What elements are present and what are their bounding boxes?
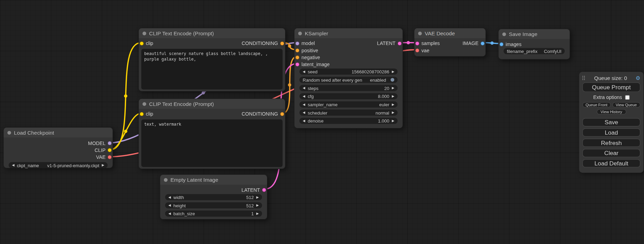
image-port-dot[interactable] [480,41,485,45]
node-title-bar[interactable]: Save Image [499,29,570,39]
prompt-textarea[interactable]: beautiful scenery nature glass bottle la… [141,49,283,89]
increment-arrow-icon[interactable]: ▶ [256,196,259,199]
output-port-latent[interactable]: LATENT [349,40,403,47]
node-empty-latent-image[interactable]: Empty Latent Image LATENT ◀ width 512 ▶ … [160,174,267,219]
collapse-dot-icon[interactable] [298,31,302,35]
node-title-bar[interactable]: Empty Latent Image [160,175,267,184]
node-title-bar[interactable]: KSampler [294,28,403,38]
output-port-vae[interactable]: VAE [4,153,113,160]
output-port-latent[interactable]: LATENT [160,186,267,193]
decrement-arrow-icon[interactable]: ◀ [303,70,305,73]
input-port-images[interactable]: images [499,40,570,47]
latent-port-dot[interactable] [262,188,266,192]
decrement-arrow-icon[interactable]: ◀ [168,212,171,215]
view-history-button[interactable]: View History [597,109,626,114]
widget-random-seed[interactable]: Random seed after every gen enabled [299,77,397,83]
widget-steps[interactable]: ◀ steps 20 ▶ [299,85,397,91]
model-port-dot[interactable] [295,41,299,45]
widget-ckpt-name[interactable]: ◀ ckpt_name v1-5-pruned-emaonly.ckpt ▶ [9,162,108,168]
decrement-arrow-icon[interactable]: ◀ [12,163,14,166]
output-port-model[interactable]: MODEL [4,139,113,146]
input-port-clip[interactable]: clip CONDITIONING [139,40,285,47]
node-clip-text-encode-positive[interactable]: CLIP Text Encode (Prompt) clip CONDITION… [139,28,285,92]
clip-port-dot[interactable] [108,148,112,152]
node-canvas[interactable]: Load Checkpoint MODEL CLIP VAE ◀ ckpt_na… [0,0,644,244]
node-title-bar[interactable]: Load Checkpoint [4,128,113,137]
decrement-arrow-icon[interactable]: ◀ [168,204,171,207]
node-save-image[interactable]: Save Image images filename_prefix ComfyU… [498,29,570,60]
load-default-button[interactable]: Load Default [582,159,640,168]
conditioning-port-dot[interactable] [280,112,284,116]
clip-port-dot[interactable] [140,112,144,116]
image-port-dot[interactable] [500,42,504,46]
queue-prompt-button[interactable]: Queue Prompt [582,82,640,92]
widget-width[interactable]: ◀ width 512 ▶ [165,194,262,200]
widget-seed[interactable]: ◀ seed 156680208700286 ▶ [299,69,397,75]
clip-port-dot[interactable] [140,41,144,45]
collapse-dot-icon[interactable] [142,31,146,35]
queue-menu-panel[interactable]: Queue size: 0 ⚙ Queue Prompt Extra optio… [579,72,644,173]
widget-height[interactable]: ◀ height 512 ▶ [165,202,262,209]
extra-options-checkbox[interactable] [625,95,629,99]
output-port-clip[interactable]: CLIP [4,146,113,153]
collapse-dot-icon[interactable] [7,131,11,135]
output-port-conditioning[interactable]: CONDITIONING [232,40,285,47]
settings-gear-icon[interactable]: ⚙ [636,75,641,81]
collapse-dot-icon[interactable] [142,102,146,106]
view-queue-button[interactable]: View Queue [612,102,640,107]
decrement-arrow-icon[interactable]: ◀ [303,87,305,90]
node-vae-decode[interactable]: VAE Decode samples vae IMAGE [414,28,486,57]
increment-arrow-icon[interactable]: ▶ [392,103,394,106]
conditioning-port-dot[interactable] [280,41,284,45]
decrement-arrow-icon[interactable]: ◀ [168,196,171,199]
increment-arrow-icon[interactable]: ▶ [392,94,394,98]
random-seed-toggle[interactable] [391,78,395,82]
input-port-clip[interactable]: clip CONDITIONING [139,110,285,117]
decrement-arrow-icon[interactable]: ◀ [303,119,305,122]
input-port-latent-image[interactable]: latent_image [294,61,403,67]
node-ksampler[interactable]: KSampler model positive negative latent_… [294,28,403,128]
widget-scheduler[interactable]: ◀ scheduler normal ▶ [299,110,397,116]
input-port-positive[interactable]: positive [294,47,403,54]
collapse-dot-icon[interactable] [418,31,422,35]
decrement-arrow-icon[interactable]: ◀ [303,94,305,98]
vae-port-dot[interactable] [415,48,420,52]
refresh-button[interactable]: Refresh [582,139,640,147]
node-load-checkpoint[interactable]: Load Checkpoint MODEL CLIP VAE ◀ ckpt_na… [3,127,113,169]
conditioning-port-dot[interactable] [295,55,299,59]
vae-port-dot[interactable] [108,155,112,159]
widget-batch-size[interactable]: ◀ batch_size 1 ▶ [165,210,262,217]
decrement-arrow-icon[interactable]: ◀ [303,111,305,114]
latent-port-dot[interactable] [415,41,420,45]
drag-handle-icon[interactable] [582,75,585,80]
increment-arrow-icon[interactable]: ▶ [392,87,394,90]
widget-denoise[interactable]: ◀ denoise 1.000 ▶ [299,118,397,124]
node-title-bar[interactable]: VAE Decode [414,28,485,38]
save-button[interactable]: Save [582,118,640,126]
conditioning-port-dot[interactable] [295,48,299,52]
increment-arrow-icon[interactable]: ▶ [392,70,394,73]
node-title-bar[interactable]: CLIP Text Encode (Prompt) [139,28,285,38]
input-port-vae[interactable]: vae [414,47,485,54]
model-port-dot[interactable] [108,141,112,145]
prompt-textarea[interactable]: text, watermark [141,119,283,167]
widget-sampler-name[interactable]: ◀ sampler_name euler ▶ [299,101,397,108]
widget-filename-prefix[interactable]: filename_prefix ComfyUI [504,48,565,54]
latent-port-dot[interactable] [295,62,299,66]
increment-arrow-icon[interactable]: ▶ [102,163,104,166]
increment-arrow-icon[interactable]: ▶ [392,119,394,122]
increment-arrow-icon[interactable]: ▶ [256,204,259,207]
node-clip-text-encode-negative[interactable]: CLIP Text Encode (Prompt) clip CONDITION… [139,99,285,169]
output-port-image[interactable]: IMAGE [449,40,486,47]
queue-front-button[interactable]: Queue Front [582,102,610,107]
increment-arrow-icon[interactable]: ▶ [256,212,259,215]
output-port-conditioning[interactable]: CONDITIONING [232,110,285,117]
latent-port-dot[interactable] [398,41,402,45]
increment-arrow-icon[interactable]: ▶ [392,111,394,114]
node-title-bar[interactable]: CLIP Text Encode (Prompt) [139,99,285,109]
input-port-negative[interactable]: negative [294,54,403,61]
collapse-dot-icon[interactable] [164,178,168,182]
load-button[interactable]: Load [582,128,640,137]
clear-button[interactable]: Clear [582,149,640,157]
decrement-arrow-icon[interactable]: ◀ [303,103,305,106]
